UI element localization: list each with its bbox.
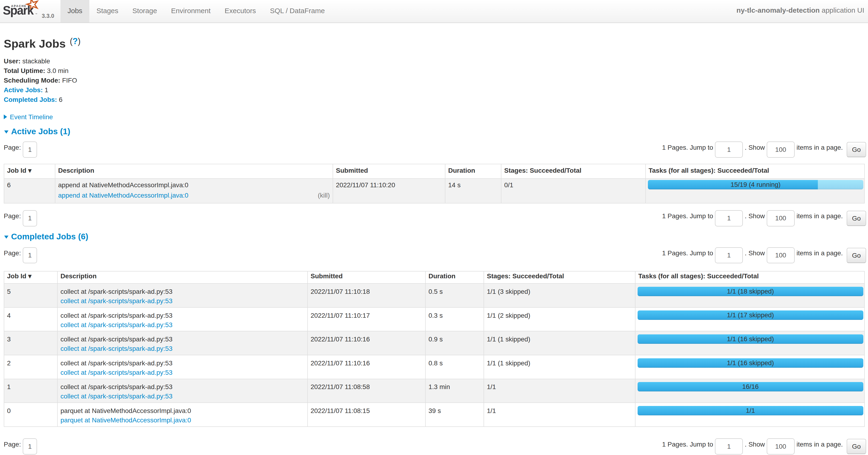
svg-text:™: ™ bbox=[35, 13, 37, 15]
svg-text:APACHE: APACHE bbox=[11, 4, 27, 8]
